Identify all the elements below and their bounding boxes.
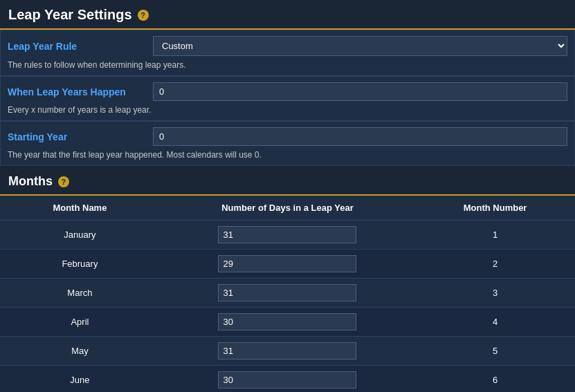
starting-year-description: The year that the first leap year happen… (1, 149, 574, 165)
page-title-bar: Leap Year Settings ? (0, 0, 575, 30)
months-table-container: Month Name Number of Days in a Leap Year… (0, 196, 575, 392)
month-number-cell: 3 (415, 279, 575, 308)
months-table-header-row: Month Name Number of Days in a Leap Year… (0, 196, 575, 221)
col-header-month-name: Month Name (0, 196, 160, 221)
when-leap-years-control (153, 82, 567, 101)
month-days-input[interactable] (218, 313, 356, 330)
month-days-input[interactable] (218, 284, 356, 301)
when-leap-years-label: When Leap Years Happen (8, 86, 146, 97)
months-title-bar: Months ? (0, 167, 575, 196)
table-row: February2 (0, 250, 575, 279)
table-row: June6 (0, 366, 575, 393)
col-header-number: Month Number (415, 196, 575, 221)
months-help-icon[interactable]: ? (58, 176, 69, 187)
leap-year-rule-description: The rules to follow when determining lea… (1, 59, 574, 75)
months-title: Months (8, 174, 53, 189)
when-leap-years-description: Every x number of years is a leap year. (1, 104, 574, 120)
month-days-input[interactable] (218, 371, 356, 389)
when-leap-years-section: When Leap Years Happen Every x number of… (0, 76, 575, 121)
table-row: May5 (0, 337, 575, 366)
leap-year-rule-control: Custom Gregorian Julian None (153, 36, 567, 56)
month-name-cell: June (0, 366, 160, 393)
month-number-cell: 4 (415, 308, 575, 337)
starting-year-section: Starting Year The year that the first le… (0, 121, 575, 166)
month-name-cell: March (0, 279, 160, 308)
leap-year-rule-select[interactable]: Custom Gregorian Julian None (153, 36, 567, 56)
leap-year-rule-label: Leap Year Rule (8, 41, 146, 52)
month-number-cell: 6 (415, 366, 575, 393)
month-days-input[interactable] (218, 226, 356, 243)
month-days-cell (160, 337, 415, 366)
months-table-body: January1February2March3April4May5June6 (0, 221, 575, 393)
month-days-cell (160, 308, 415, 337)
month-days-cell (160, 221, 415, 250)
month-name-cell: January (0, 221, 160, 250)
month-days-input[interactable] (218, 342, 356, 360)
when-leap-years-header: When Leap Years Happen (1, 77, 574, 104)
page-title-help-icon[interactable]: ? (138, 10, 149, 21)
leap-year-rule-header: Leap Year Rule Custom Gregorian Julian N… (1, 30, 574, 59)
month-number-cell: 5 (415, 337, 575, 366)
months-table: Month Name Number of Days in a Leap Year… (0, 196, 575, 392)
when-leap-years-input[interactable] (153, 82, 567, 101)
page-title: Leap Year Settings (8, 7, 132, 23)
month-name-cell: February (0, 250, 160, 279)
col-header-days: Number of Days in a Leap Year (160, 196, 415, 221)
month-days-cell (160, 366, 415, 393)
starting-year-label: Starting Year (8, 131, 146, 142)
starting-year-input[interactable] (153, 127, 567, 146)
month-number-cell: 2 (415, 250, 575, 279)
month-name-cell: April (0, 308, 160, 337)
starting-year-header: Starting Year (1, 122, 574, 149)
table-row: March3 (0, 279, 575, 308)
month-days-cell (160, 279, 415, 308)
month-number-cell: 1 (415, 221, 575, 250)
starting-year-control (153, 127, 567, 146)
table-row: April4 (0, 308, 575, 337)
month-days-input[interactable] (218, 255, 356, 272)
leap-year-rule-section: Leap Year Rule Custom Gregorian Julian N… (0, 30, 575, 76)
month-name-cell: May (0, 337, 160, 366)
table-row: January1 (0, 221, 575, 250)
month-days-cell (160, 250, 415, 279)
